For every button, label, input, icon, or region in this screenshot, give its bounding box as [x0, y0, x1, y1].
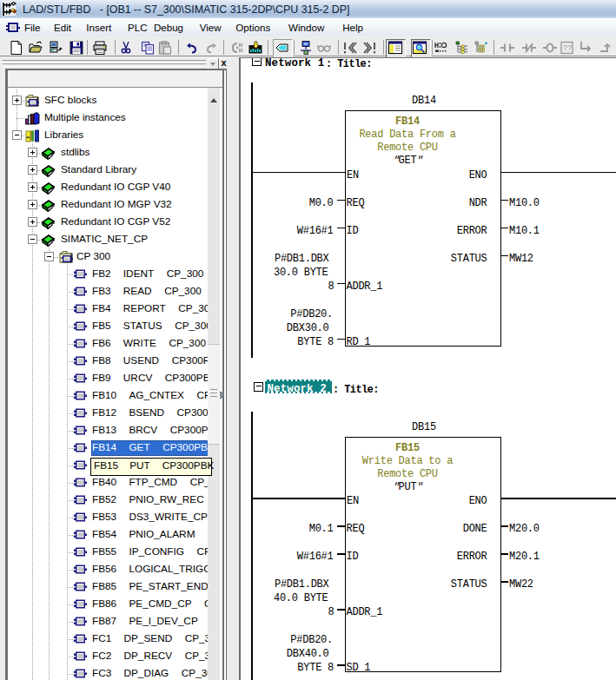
svg-text:??: ??	[563, 43, 572, 52]
